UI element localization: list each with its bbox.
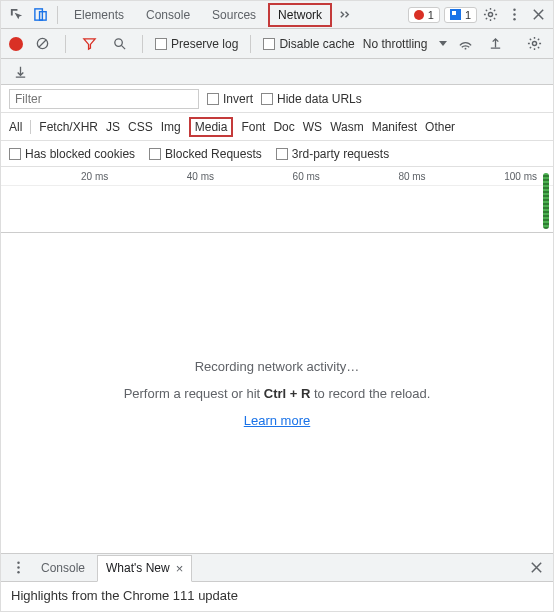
search-icon[interactable]: [108, 33, 130, 55]
drawer-content: Highlights from the Chrome 111 update: [1, 582, 553, 612]
blocked-cookies-checkbox[interactable]: Has blocked cookies: [9, 147, 135, 161]
tick-label: 100 ms: [504, 171, 537, 182]
type-manifest[interactable]: Manifest: [372, 120, 417, 134]
preserve-log-checkbox[interactable]: Preserve log: [155, 37, 238, 51]
throttling-value: No throttling: [363, 37, 428, 51]
tick-label: 40 ms: [187, 171, 214, 182]
export-row: [1, 59, 553, 85]
issue-count: 1: [465, 9, 471, 21]
svg-point-7: [114, 39, 122, 47]
error-icon: [414, 10, 424, 20]
close-devtools-icon[interactable]: [527, 4, 549, 26]
blocked-requests-checkbox[interactable]: Blocked Requests: [149, 147, 262, 161]
svg-point-8: [465, 48, 467, 50]
type-media[interactable]: Media: [189, 117, 234, 137]
third-party-label: 3rd-party requests: [292, 147, 389, 161]
tab-sources[interactable]: Sources: [202, 3, 266, 27]
svg-point-4: [513, 13, 515, 15]
svg-rect-0: [34, 9, 42, 20]
type-wasm[interactable]: Wasm: [330, 120, 364, 134]
throttling-select[interactable]: No throttling: [363, 37, 447, 51]
drawer-tab-console[interactable]: Console: [33, 556, 93, 580]
tab-network[interactable]: Network: [268, 3, 332, 27]
drawer-tab-bar: Console What's New ×: [1, 554, 553, 582]
blocked-requests-label: Blocked Requests: [165, 147, 262, 161]
disable-cache-label: Disable cache: [279, 37, 354, 51]
type-font[interactable]: Font: [241, 120, 265, 134]
record-button[interactable]: [9, 37, 23, 51]
more-tabs-icon[interactable]: [334, 4, 356, 26]
type-css[interactable]: CSS: [128, 120, 153, 134]
tab-console[interactable]: Console: [136, 3, 200, 27]
clear-icon[interactable]: [31, 33, 53, 55]
inspect-icon[interactable]: [5, 4, 27, 26]
device-toolbar-icon[interactable]: [29, 4, 51, 26]
svg-point-10: [17, 562, 19, 564]
disable-cache-checkbox[interactable]: Disable cache: [263, 37, 354, 51]
learn-more-link[interactable]: Learn more: [244, 413, 310, 428]
drawer-kebab-icon[interactable]: [7, 557, 29, 579]
empty-state: Recording network activity… Perform a re…: [1, 233, 553, 553]
network-settings-icon[interactable]: [523, 33, 545, 55]
blocked-cookies-label: Has blocked cookies: [25, 147, 135, 161]
hide-data-urls-label: Hide data URLs: [277, 92, 362, 106]
network-conditions-icon[interactable]: [455, 33, 477, 55]
instruction-text: Perform a request or hit Ctrl + R to rec…: [124, 386, 431, 401]
recording-text: Recording network activity…: [195, 359, 360, 374]
svg-point-11: [17, 566, 19, 568]
issue-icon: [450, 9, 461, 20]
close-drawer-icon[interactable]: [525, 557, 547, 579]
third-party-checkbox[interactable]: 3rd-party requests: [276, 147, 389, 161]
svg-point-12: [17, 571, 19, 573]
extra-filters-row: Has blocked cookies Blocked Requests 3rd…: [1, 141, 553, 167]
tick-label: 60 ms: [293, 171, 320, 182]
separator: [30, 120, 31, 134]
network-toolbar: Preserve log Disable cache No throttling: [1, 29, 553, 59]
shortcut-text: Ctrl + R: [264, 386, 311, 401]
type-other[interactable]: Other: [425, 120, 455, 134]
settings-icon[interactable]: [479, 4, 501, 26]
svg-point-5: [513, 18, 515, 20]
dropdown-icon: [439, 41, 447, 46]
type-filter-row: All Fetch/XHR JS CSS Img Media Font Doc …: [1, 113, 553, 141]
devtools-tab-bar: Elements Console Sources Network 1 1: [1, 1, 553, 29]
tab-elements[interactable]: Elements: [64, 3, 134, 27]
filter-bar: Invert Hide data URLs: [1, 85, 553, 113]
filter-icon[interactable]: [78, 33, 100, 55]
drawer-tab-whatsnew[interactable]: What's New ×: [97, 555, 192, 582]
import-har-icon[interactable]: [485, 33, 507, 55]
type-fetchxhr[interactable]: Fetch/XHR: [39, 120, 98, 134]
whats-new-headline: Highlights from the Chrome 111 update: [11, 588, 238, 603]
overview-scrollbar[interactable]: [543, 173, 549, 229]
kebab-menu-icon[interactable]: [503, 4, 525, 26]
hide-data-urls-checkbox[interactable]: Hide data URLs: [261, 92, 362, 106]
export-har-icon[interactable]: [9, 61, 31, 83]
tick-label: 20 ms: [81, 171, 108, 182]
separator: [250, 35, 251, 53]
preserve-log-label: Preserve log: [171, 37, 238, 51]
filter-input[interactable]: [9, 89, 199, 109]
overview-timeline[interactable]: 20 ms 40 ms 60 ms 80 ms 100 ms: [1, 167, 553, 233]
type-all[interactable]: All: [9, 120, 22, 134]
issues-badge[interactable]: 1: [444, 7, 477, 23]
svg-point-9: [532, 41, 536, 45]
separator: [57, 6, 58, 24]
invert-checkbox[interactable]: Invert: [207, 92, 253, 106]
separator: [65, 35, 66, 53]
type-ws[interactable]: WS: [303, 120, 322, 134]
drawer: Console What's New × Highlights from the…: [1, 553, 553, 612]
separator: [142, 35, 143, 53]
svg-point-3: [513, 9, 515, 11]
type-js[interactable]: JS: [106, 120, 120, 134]
svg-point-2: [488, 12, 492, 16]
error-count: 1: [428, 9, 434, 21]
type-doc[interactable]: Doc: [273, 120, 294, 134]
type-img[interactable]: Img: [161, 120, 181, 134]
invert-label: Invert: [223, 92, 253, 106]
tick-label: 80 ms: [398, 171, 425, 182]
error-badge[interactable]: 1: [408, 7, 440, 23]
close-tab-icon[interactable]: ×: [176, 561, 184, 576]
